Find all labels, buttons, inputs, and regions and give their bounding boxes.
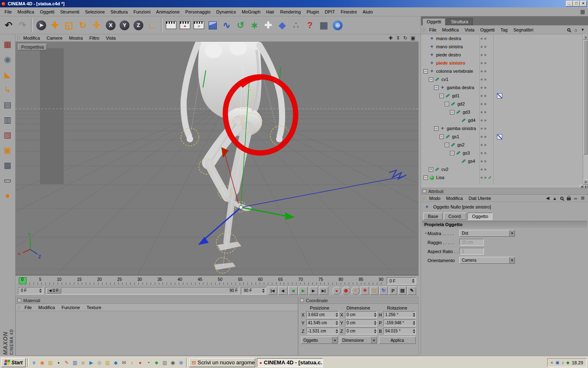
menu-item[interactable]: File	[2, 8, 15, 16]
paint-icon[interactable]: ✎	[63, 359, 70, 366]
move-tool[interactable]: ✚	[48, 17, 62, 34]
task-forum-post[interactable]: ▤ Scrivi un nuovo argomen...	[189, 358, 255, 367]
redo-button[interactable]: ↷	[16, 17, 29, 34]
menu-item[interactable]: Plugin	[304, 8, 322, 16]
panel-grip-icon[interactable]	[423, 196, 425, 200]
viewport-menu-item[interactable]: Camere	[43, 35, 66, 41]
visibility-dots[interactable]	[481, 103, 486, 105]
menu-item[interactable]: Animazione	[153, 8, 182, 16]
add-deformer-button[interactable]: ◆	[275, 17, 289, 34]
visibility-dots[interactable]	[481, 144, 486, 146]
attribute-tab[interactable]: Base	[423, 213, 443, 220]
viewport-3d-scene[interactable]: Y Z X	[16, 42, 419, 275]
lock-x-button[interactable]: X	[104, 17, 118, 34]
materials-menu-item[interactable]: Funzione	[58, 304, 83, 311]
tree-row[interactable]: cv2	[421, 165, 583, 173]
key-parameter-button[interactable]: P	[389, 287, 397, 295]
visibility-dots[interactable]	[481, 54, 486, 56]
view-label[interactable]: Prospettiva	[18, 44, 47, 50]
pan-view-icon[interactable]: ✚	[388, 35, 392, 41]
scale-tool[interactable]: ◱	[62, 17, 76, 34]
command-prompt-icon[interactable]: ▪	[55, 359, 62, 366]
tree-row[interactable]: Lisa	[421, 173, 583, 182]
objects-palette-icon[interactable]: ▣	[1, 144, 14, 157]
range-start-field[interactable]: 0 F	[18, 287, 43, 294]
volume-tray-icon[interactable]: ♪	[562, 360, 564, 365]
tree-row[interactable]: gd2	[421, 100, 583, 108]
anim-dot-icon[interactable]: ∘	[424, 231, 428, 236]
menu-item[interactable]: Dynamics	[214, 8, 239, 16]
expand-toggle-icon[interactable]	[445, 102, 449, 106]
internet-explorer-icon[interactable]: e	[30, 359, 38, 366]
object-manager-menu-item[interactable]: Modifica	[439, 27, 462, 33]
visibility-dots[interactable]	[481, 136, 486, 138]
window-palette-icon[interactable]: ▭	[1, 174, 14, 187]
tray-expand-icon[interactable]: «	[551, 360, 553, 365]
dimension-field[interactable]: 0 cm	[345, 319, 377, 326]
panel-pin-icon[interactable]	[423, 189, 426, 193]
materials-menu-item[interactable]: Modifica	[35, 304, 58, 311]
key-scale-button[interactable]: ◻	[370, 287, 379, 295]
ball-icon[interactable]: ●	[136, 359, 144, 366]
menu-item[interactable]: Hair	[263, 8, 277, 16]
zoom-view-icon[interactable]: ⇕	[396, 35, 400, 41]
attribute-tab[interactable]: Oggetto	[468, 213, 492, 220]
explorer-icon[interactable]: ▥	[71, 359, 78, 366]
filter-icon[interactable]: ▾	[581, 27, 585, 32]
menu-item[interactable]: Funzioni	[131, 8, 154, 16]
manager-tab[interactable]: Oggetti	[422, 18, 445, 25]
visibility-dots[interactable]	[481, 177, 486, 179]
ik-tag-icon[interactable]	[497, 134, 502, 139]
tree-row[interactable]: gamba sinistra	[421, 124, 583, 132]
expand-toggle-icon[interactable]	[450, 110, 454, 114]
spinner[interactable]	[38, 289, 42, 293]
keyframe-options-button[interactable]: ?	[351, 287, 360, 295]
rotate-tool[interactable]: ↻	[76, 17, 90, 34]
tree-row[interactable]: gs3	[421, 149, 583, 157]
folder-icon[interactable]: ▨	[104, 359, 111, 366]
expand-toggle-icon[interactable]	[434, 85, 439, 90]
rotate-view-icon[interactable]: ↻	[403, 35, 408, 41]
update-tray-icon[interactable]: ◆	[566, 360, 570, 365]
my-documents-icon[interactable]: ▨	[47, 359, 54, 366]
spinner[interactable]	[412, 321, 415, 325]
scroll-up-button[interactable]: ▲	[583, 34, 588, 40]
spinner[interactable]	[412, 313, 415, 317]
scroll-right-button[interactable]: ▶	[584, 185, 588, 188]
attribute-control[interactable]: Camera ▾	[459, 257, 515, 264]
online-globe-button[interactable]: ⊕	[331, 17, 345, 34]
visibility-dots[interactable]	[481, 87, 486, 89]
autokey-button[interactable]: ◉	[342, 287, 350, 295]
attribute-control[interactable]: 1 ▾	[459, 248, 484, 255]
browser-palette-icon[interactable]: ▥	[1, 113, 14, 126]
tree-row[interactable]: colonna vertebrale	[421, 67, 583, 75]
undo-button[interactable]: ↶	[2, 17, 16, 34]
frame-number-field[interactable]: 0 F	[387, 277, 416, 285]
search-icon[interactable]	[560, 197, 564, 200]
layout-palette-icon[interactable]: ▧	[1, 128, 14, 141]
toggle-views-icon[interactable]: ▣	[411, 35, 415, 41]
dimension-field[interactable]: 0 cm	[345, 328, 377, 334]
next-key-button[interactable]: ▶	[309, 287, 318, 295]
position-field[interactable]: 3.663 cm	[306, 311, 339, 318]
menu-item[interactable]: Finestre	[338, 8, 360, 16]
link-icon[interactable]: ∞	[574, 196, 578, 201]
scrollbar-thumb[interactable]	[584, 40, 588, 155]
add-nurbs-button[interactable]: ↺	[234, 17, 247, 34]
panel-pin-icon[interactable]	[300, 298, 304, 302]
mode-icon[interactable]: ▲	[552, 196, 557, 201]
spinner[interactable]	[334, 321, 338, 325]
expand-toggle-icon[interactable]	[439, 94, 444, 98]
minimize-button[interactable]: _	[566, 1, 573, 7]
rotation-field[interactable]: 1.256 °	[383, 311, 416, 318]
display-tray-icon[interactable]: ▣	[555, 360, 559, 365]
expand-toggle-icon[interactable]	[439, 135, 444, 139]
back-icon[interactable]: ◀	[546, 195, 550, 201]
attributes-menu-item[interactable]: Modifica	[443, 195, 466, 201]
ik-tag-icon[interactable]	[497, 93, 502, 99]
world-settings-icon[interactable]: ◉	[1, 53, 14, 66]
tree-row[interactable]: gs4	[421, 157, 583, 165]
close-button[interactable]: ×	[580, 1, 587, 7]
start-button[interactable]: Start	[1, 358, 26, 367]
tree-row[interactable]: piede destro	[421, 51, 583, 59]
